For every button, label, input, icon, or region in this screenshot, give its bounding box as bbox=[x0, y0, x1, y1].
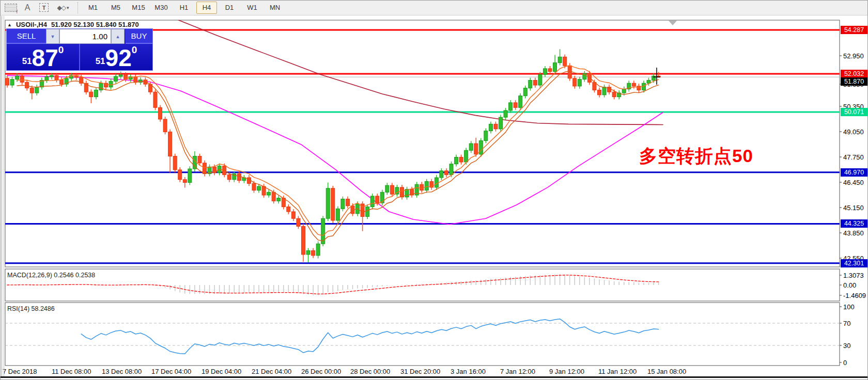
symbol-period-label: USOil-,H4 bbox=[16, 21, 47, 28]
price-level-badge: 50.071 bbox=[841, 108, 867, 116]
quote-panel: SELL ▼ ▲ BUY 51 87 0 51 92 0 bbox=[6, 28, 153, 71]
price-level-badge: 42.301 bbox=[841, 259, 867, 267]
price-level-badge: 46.970 bbox=[841, 168, 867, 177]
price-level-badge: 51.870 bbox=[841, 77, 867, 86]
price-level-badge: 44.325 bbox=[841, 219, 867, 228]
macd-tick-label: 0.00 bbox=[843, 281, 856, 289]
window-left-edge-inner bbox=[4, 16, 4, 377]
price-tick-label: 46.450 bbox=[843, 179, 864, 186]
time-axis-label: 9 Jan 12:00 bbox=[549, 368, 584, 375]
volume-input[interactable] bbox=[59, 29, 111, 44]
time-axis-label: 3 Jan 16:00 bbox=[451, 368, 486, 375]
time-axis-label: 28 Dec 00:00 bbox=[350, 368, 390, 375]
buy-price-major: 51 bbox=[96, 57, 105, 68]
window-left-edge bbox=[2, 16, 2, 377]
rsi-title: RSI(14) 58.2486 bbox=[7, 305, 55, 312]
sell-price-pips: 87 bbox=[32, 49, 58, 68]
time-axis-label: 7 Jan 12:00 bbox=[500, 368, 535, 375]
price-tick-label: 45.150 bbox=[843, 204, 864, 212]
rsi-tick-label: 70 bbox=[843, 320, 850, 327]
macd-tick-label: 1.3073 bbox=[843, 272, 864, 279]
price-level-badge: 54.287 bbox=[841, 26, 867, 34]
time-axis-label: 31 Dec 20:00 bbox=[400, 368, 440, 375]
time-axis-label: 15 Jan 08:00 bbox=[647, 368, 686, 375]
price-tick-label: 43.850 bbox=[843, 229, 864, 237]
buy-price-point: 0 bbox=[132, 45, 137, 55]
time-axis-label: 13 Dec 08:00 bbox=[102, 368, 142, 375]
sell-price-display[interactable]: 51 87 0 bbox=[7, 44, 79, 70]
sell-price-major: 51 bbox=[22, 57, 32, 68]
sell-button[interactable]: SELL bbox=[7, 29, 46, 44]
time-axis-label: 7 Dec 2018 bbox=[3, 368, 37, 375]
buy-price-display[interactable]: 51 92 0 bbox=[79, 44, 152, 70]
rsi-tick-label: 0 bbox=[843, 359, 847, 367]
buy-price-pips: 92 bbox=[105, 49, 132, 68]
ohlc-values: 51.920 52.130 51.840 51.870 bbox=[51, 21, 139, 28]
trend-annotation: 多空转折点50 bbox=[639, 147, 753, 165]
price-level-badge: 52.032 bbox=[841, 70, 867, 78]
rsi-tick-label: 30 bbox=[843, 342, 850, 350]
time-axis-label: 19 Dec 04:00 bbox=[202, 368, 241, 375]
time-axis-label: 21 Dec 04:00 bbox=[252, 368, 291, 375]
macd-title: MACD(12,26,9) 0.2546 0.2538 bbox=[7, 272, 95, 279]
price-tick-label: 47.750 bbox=[843, 153, 864, 161]
time-axis-label: 17 Dec 04:00 bbox=[151, 368, 191, 375]
volume-decrease-button[interactable]: ▼ bbox=[46, 29, 59, 44]
macd-tick-label: -1.4609 bbox=[843, 292, 866, 299]
time-axis-label: 11 Jan 12:00 bbox=[598, 368, 637, 375]
time-axis-label: 11 Dec 08:00 bbox=[52, 368, 91, 375]
window-bottom-edge bbox=[0, 376, 868, 378]
sell-price-point: 0 bbox=[58, 45, 64, 55]
rsi-tick-label: 100 bbox=[843, 303, 855, 311]
chart-shift-marker-icon[interactable] bbox=[669, 21, 677, 25]
volume-increase-button[interactable]: ▲ bbox=[111, 29, 125, 44]
price-tick-label: 52.950 bbox=[843, 52, 864, 60]
chart-title: ▲ USOil-,H4 51.920 52.130 51.840 51.870 bbox=[7, 21, 139, 28]
price-tick-label: 49.050 bbox=[843, 128, 864, 136]
time-axis-label: 26 Dec 00:00 bbox=[301, 368, 341, 375]
buy-button[interactable]: BUY bbox=[126, 29, 152, 44]
collapse-triangle-icon[interactable]: ▲ bbox=[7, 22, 12, 27]
